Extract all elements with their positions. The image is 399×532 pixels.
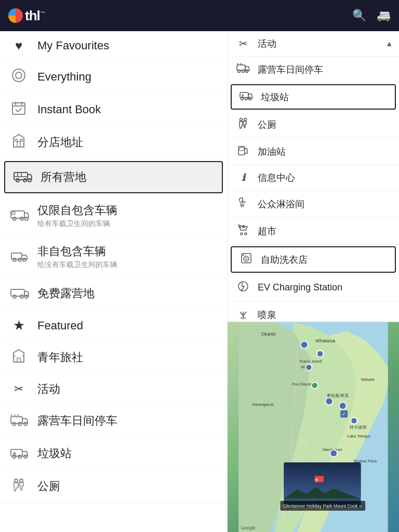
svg-point-69 (241, 233, 243, 235)
filter-item-dump-station[interactable]: 垃圾站 (231, 84, 396, 110)
filter-list: ✂ 活动 ▲ 露营车日间停车 (228, 31, 399, 322)
map-svg: Okarito Whataroa Franz Josef/ Waiau Fox … (228, 322, 399, 532)
svg-rect-8 (20, 139, 22, 141)
sidebar-item-branch[interactable]: 分店地址 (0, 126, 227, 159)
svg-rect-7 (15, 139, 17, 141)
filter-item-activities[interactable]: ✂ 活动 ▲ (228, 31, 399, 57)
laundry-filter-icon (239, 252, 254, 267)
logo-icon (8, 8, 23, 23)
svg-text:8: 8 (315, 477, 318, 482)
activities-filter-icon: ✂ (236, 37, 250, 50)
svg-rect-51 (240, 92, 248, 98)
toilet-icon (10, 477, 27, 495)
sidebar-item-free-camping[interactable]: 免费露营地 (0, 277, 227, 310)
svg-point-100 (305, 364, 312, 370)
chevron-up-icon: ▲ (385, 39, 393, 48)
svg-point-56 (240, 118, 243, 121)
svg-point-102 (326, 397, 333, 405)
svg-text:Fox Glacier: Fox Glacier (292, 382, 313, 387)
sidebar-item-instant-book[interactable]: Instant Book (0, 94, 227, 126)
svg-point-60 (242, 201, 244, 202)
search-icon[interactable]: 🔍 (352, 9, 366, 22)
svg-text:Google: Google (241, 525, 256, 530)
svg-point-103 (339, 402, 347, 409)
heart-icon: ♥ (10, 38, 27, 53)
svg-point-19 (25, 217, 28, 220)
svg-point-106 (351, 418, 357, 424)
svg-text:特卡波湖: 特卡波湖 (350, 425, 366, 430)
svg-point-46 (238, 70, 241, 73)
rv-parking-filter-icon (236, 63, 250, 76)
svg-point-54 (249, 98, 251, 100)
svg-rect-20 (12, 212, 15, 215)
logo: thl™ (8, 8, 45, 24)
svg-point-1 (12, 69, 25, 82)
filter-item-supermarket[interactable]: 超市 (228, 218, 399, 245)
svg-point-74 (243, 255, 244, 256)
svg-point-98 (301, 341, 308, 349)
supermarket-filter-icon (236, 224, 250, 238)
sidebar-item-rv-parking[interactable]: 露营车日间停车 (0, 405, 227, 437)
sidebar-item-my-favourites[interactable]: ♥ My Favourites (0, 31, 227, 61)
svg-point-53 (245, 98, 248, 100)
svg-rect-45 (237, 65, 245, 70)
right-panel: ✂ 活动 ▲ 露营车日间停车 (228, 31, 399, 532)
svg-point-44 (20, 479, 23, 482)
star-icon: ★ (10, 317, 27, 334)
app-header: thl™ 🔍 🚐 (0, 0, 399, 31)
filter-item-fountain[interactable]: 喷泉 (228, 301, 399, 322)
svg-text:Lake Tekapo: Lake Tekapo (347, 434, 370, 438)
sidebar-item-self-contained[interactable]: 仅限自包含车辆 给有车载卫生间的车辆 (0, 195, 227, 236)
svg-point-75 (245, 255, 246, 256)
sidebar-menu: ♥ My Favourites Everything (0, 31, 228, 532)
filter-item-shower[interactable]: 公众淋浴间 (228, 191, 399, 218)
svg-point-101 (312, 382, 318, 389)
svg-point-48 (246, 70, 248, 73)
sidebar-item-everything[interactable]: Everything (0, 61, 227, 94)
svg-point-47 (242, 70, 245, 73)
sidebar-item-dump-station[interactable]: 垃圾站 (0, 437, 227, 470)
sidebar-item-non-self-contained[interactable]: 非自包含车辆 给没有车载卫生间的车辆 (0, 236, 227, 277)
building-icon (10, 134, 27, 151)
dump-station-filter-icon (239, 90, 254, 103)
sidebar-item-all-camps[interactable]: 所有营地 (4, 161, 223, 193)
main-content: ♥ My Favourites Everything (0, 31, 399, 532)
map-background: Okarito Whataroa Franz Josef/ Waiau Fox … (228, 322, 399, 532)
svg-point-0 (16, 72, 22, 78)
filter-item-laundry[interactable]: 自助洗衣店 (231, 246, 396, 273)
shower-filter-icon (236, 197, 250, 211)
svg-point-70 (245, 233, 247, 235)
non-self-contained-icon (10, 248, 27, 265)
sidebar-item-toilet[interactable]: 公厕 (0, 470, 227, 503)
svg-point-107 (330, 450, 337, 457)
filter-item-ev-charging[interactable]: EV Charging Station (228, 274, 399, 301)
sidebar-item-activities[interactable]: ✂ 活动 (0, 374, 227, 405)
svg-point-72 (244, 256, 249, 261)
filter-item-info[interactable]: ℹ 信息中心 (228, 165, 399, 191)
camper-van-icon (14, 168, 30, 186)
campervan-icon[interactable]: 🚐 (377, 9, 391, 22)
free-camping-icon (10, 285, 27, 302)
svg-text:✓: ✓ (342, 411, 346, 417)
svg-text:Glentanner Holiday Park Mount : Glentanner Holiday Park Mount Cook » (283, 503, 362, 509)
activities-icon: ✂ (10, 382, 27, 396)
svg-text:Whataroa: Whataroa (315, 338, 335, 343)
filter-item-fuel[interactable]: 加油站 (228, 138, 399, 165)
self-contained-icon (10, 207, 27, 224)
filter-item-toilet[interactable]: 公厕 (228, 111, 399, 138)
svg-text:奥拉基/库克: 奥拉基/库克 (327, 393, 349, 398)
svg-point-57 (244, 118, 247, 121)
filter-item-rv-parking[interactable]: 露营车日间停车 (228, 57, 399, 83)
sidebar-item-hostel[interactable]: 青年旅社 (0, 341, 227, 374)
svg-point-43 (15, 479, 18, 482)
svg-point-99 (317, 351, 323, 357)
svg-point-12 (28, 179, 31, 182)
fuel-filter-icon (236, 144, 250, 158)
svg-text:Franz Josef/: Franz Josef/ (300, 359, 323, 364)
fountain-filter-icon (236, 308, 250, 322)
calendar-check-icon (10, 101, 27, 118)
svg-rect-30 (17, 358, 20, 362)
sidebar-item-featured[interactable]: ★ Featured (0, 310, 227, 341)
svg-point-52 (241, 98, 244, 100)
svg-rect-59 (240, 148, 244, 151)
